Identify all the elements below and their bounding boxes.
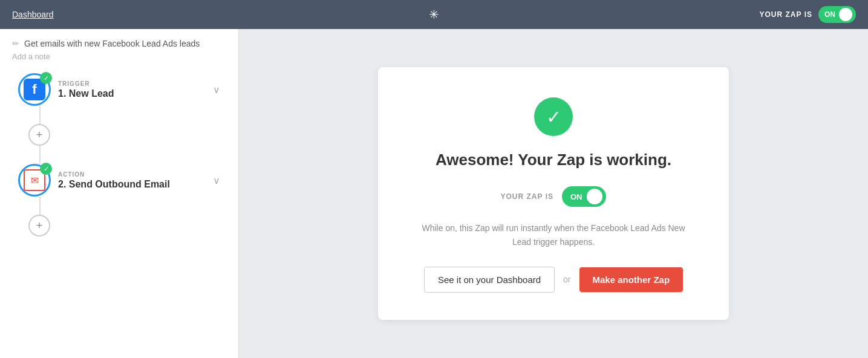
content-area: ✓ Awesome! Your Zap is working. YOUR ZAP… [239,29,868,358]
success-check-icon: ✓ [546,106,561,128]
add-step-bottom-button[interactable]: + [28,215,50,236]
trigger-icon-wrapper: f ✓ [18,73,51,106]
add-note-link[interactable]: Add a note [12,52,226,61]
card-toggle-on-label: ON [570,192,582,201]
sidebar: ✏ Get emails with new Facebook Lead Ads … [0,29,239,358]
trigger-step[interactable]: f ✓ TRIGGER 1. New Lead ∨ [18,73,226,106]
trigger-name: 1. New Lead [58,88,206,99]
success-description: While on, this Zap will run instantly wh… [414,221,693,249]
or-separator: or [563,275,570,284]
action-badge: ACTION [58,171,206,178]
make-another-zap-button[interactable]: Make another Zap [579,267,684,292]
zap-title-row: ✏ Get emails with new Facebook Lead Ads … [12,39,226,48]
dashboard-link[interactable]: Dashboard [12,10,54,19]
header-zap-is-label: YOUR ZAP IS [760,10,812,19]
step-connector-1 [39,106,41,124]
card-toggle-circle [587,189,602,204]
main-layout: ✏ Get emails with new Facebook Lead Ads … [0,29,868,358]
action-name: 2. Send Outbound Email [58,179,206,190]
action-step[interactable]: ✉ ✓ ACTION 2. Send Outbound Email ∨ [18,164,226,197]
action-check-badge: ✓ [40,163,52,175]
action-icon-wrapper: ✉ ✓ [18,164,51,197]
trigger-check-badge: ✓ [40,72,52,84]
success-actions: See it on your Dashboard or Make another… [414,267,693,293]
header-toggle-circle [839,8,852,21]
step-connector-3 [39,197,41,215]
trigger-badge: TRIGGER [58,80,206,87]
pencil-icon: ✏ [12,39,19,48]
zap-status-row: YOUR ZAP IS ON [414,186,693,207]
header: Dashboard ✳ YOUR ZAP IS ON [0,0,868,29]
card-zap-toggle[interactable]: ON [562,186,607,207]
trigger-info: TRIGGER 1. New Lead [58,80,206,99]
trigger-chevron-icon: ∨ [213,84,220,96]
zap-title: Get emails with new Facebook Lead Ads le… [24,39,200,48]
steps-container: f ✓ TRIGGER 1. New Lead ∨ + [12,73,226,236]
action-chevron-icon: ∨ [213,175,220,186]
add-step-between-button[interactable]: + [28,124,50,146]
step-connector-2 [39,146,41,164]
success-card: ✓ Awesome! Your Zap is working. YOUR ZAP… [378,67,729,320]
header-zap-toggle[interactable]: ON [818,6,856,23]
header-zap-status: YOUR ZAP IS ON [760,6,856,23]
success-check-circle: ✓ [534,97,573,136]
header-toggle-on-label: ON [824,10,835,19]
see-dashboard-button[interactable]: See it on your Dashboard [424,267,555,293]
zapier-logo-icon: ✳ [429,7,439,22]
action-info: ACTION 2. Send Outbound Email [58,171,206,190]
success-title: Awesome! Your Zap is working. [414,151,693,169]
zap-status-label: YOUR ZAP IS [501,192,553,201]
